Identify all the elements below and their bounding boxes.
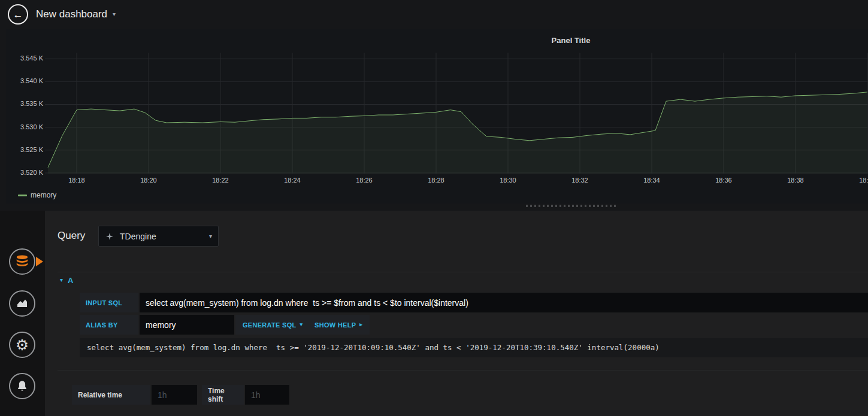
x-axis-tick-label: 18:38 bbox=[782, 177, 809, 184]
input-sql-field[interactable] bbox=[140, 293, 868, 312]
dashboard-title: New dashboard bbox=[36, 8, 107, 20]
show-help-button-label: SHOW HELP bbox=[314, 321, 356, 329]
y-axis-tick-label: 3.520 K bbox=[8, 169, 43, 176]
x-axis-tick-label: 18:30 bbox=[495, 177, 521, 184]
time-shift-field[interactable] bbox=[245, 385, 289, 405]
x-axis-tick-label: 18:40 bbox=[854, 177, 868, 184]
tdengine-logo-icon bbox=[105, 232, 114, 241]
x-axis-tick-label: 18:22 bbox=[207, 177, 234, 184]
database-icon bbox=[14, 254, 30, 269]
tab-queries[interactable] bbox=[9, 248, 35, 275]
collapse-icon: ▾ bbox=[60, 277, 63, 283]
tab-visualization[interactable] bbox=[9, 290, 35, 317]
datasource-picker[interactable]: TDengine ▾ bbox=[98, 226, 219, 247]
tab-general[interactable]: ⚙ bbox=[9, 332, 35, 358]
chart-icon bbox=[15, 296, 29, 311]
back-button[interactable]: ← bbox=[8, 4, 28, 25]
grafana-dashboard-screen: ← New dashboard ▾ Panel Title 3.545 K3.5… bbox=[0, 0, 868, 416]
x-axis-tick-label: 18:28 bbox=[423, 177, 449, 184]
query-section-title: Query bbox=[58, 230, 85, 242]
query-ref-id: A bbox=[68, 276, 73, 285]
y-axis-tick-label: 3.530 K bbox=[8, 123, 43, 130]
x-axis-tick-label: 18:26 bbox=[351, 177, 377, 184]
x-axis-tick-label: 18:20 bbox=[135, 177, 162, 184]
x-axis-tick-label: 18:34 bbox=[639, 177, 665, 184]
show-help-button[interactable]: SHOW HELP ▸ bbox=[307, 315, 370, 335]
bell-icon bbox=[15, 379, 29, 393]
graph-panel: Panel Title 3.545 K3.540 K3.535 K3.530 K… bbox=[6, 29, 868, 204]
caret-down-icon: ▾ bbox=[300, 322, 303, 327]
input-sql-label: INPUT SQL bbox=[80, 293, 138, 312]
legend-series-swatch[interactable] bbox=[18, 195, 27, 196]
active-tab-arrow-icon bbox=[36, 257, 43, 266]
x-axis-tick-label: 18:18 bbox=[63, 177, 90, 184]
caret-right-icon: ▸ bbox=[359, 322, 362, 327]
y-axis-tick-label: 3.540 K bbox=[8, 77, 43, 84]
caret-down-icon: ▾ bbox=[113, 11, 116, 17]
relative-time-field[interactable] bbox=[152, 385, 197, 405]
relative-time-label: Relative time bbox=[72, 385, 150, 405]
y-axis-tick-label: 3.535 K bbox=[8, 100, 43, 107]
x-axis-tick-label: 18:36 bbox=[710, 177, 737, 184]
generate-sql-button[interactable]: GENERATE SQL ▾ bbox=[235, 315, 310, 335]
section-divider bbox=[58, 370, 868, 371]
x-axis-tick-label: 18:24 bbox=[279, 177, 306, 184]
time-shift-label: Time shift bbox=[202, 385, 244, 405]
panel-title[interactable]: Panel Title bbox=[552, 36, 591, 45]
gear-icon: ⚙ bbox=[16, 338, 29, 353]
dashboard-title-dropdown[interactable]: New dashboard ▾ bbox=[36, 0, 116, 29]
scroll-indicator[interactable] bbox=[526, 205, 617, 207]
time-series-plot bbox=[45, 53, 868, 174]
alias-by-label: ALIAS BY bbox=[80, 315, 138, 335]
arrow-left-icon: ← bbox=[13, 10, 23, 20]
top-nav: ← New dashboard ▾ bbox=[0, 0, 868, 29]
tab-alert[interactable] bbox=[9, 373, 35, 399]
generated-sql-preview: select avg(mem_system) from log.dn where… bbox=[80, 338, 868, 357]
y-axis-tick-label: 3.545 K bbox=[8, 54, 43, 62]
query-row-header[interactable]: ▾ A bbox=[58, 272, 868, 288]
datasource-name: TDengine bbox=[120, 232, 156, 241]
legend: memory bbox=[18, 191, 56, 199]
caret-down-icon: ▾ bbox=[209, 233, 212, 239]
alias-by-field[interactable] bbox=[140, 315, 234, 335]
x-axis-tick-label: 18:32 bbox=[567, 177, 593, 184]
generate-sql-button-label: GENERATE SQL bbox=[243, 321, 297, 329]
legend-series-label[interactable]: memory bbox=[31, 191, 56, 199]
y-axis-tick-label: 3.525 K bbox=[8, 146, 43, 153]
